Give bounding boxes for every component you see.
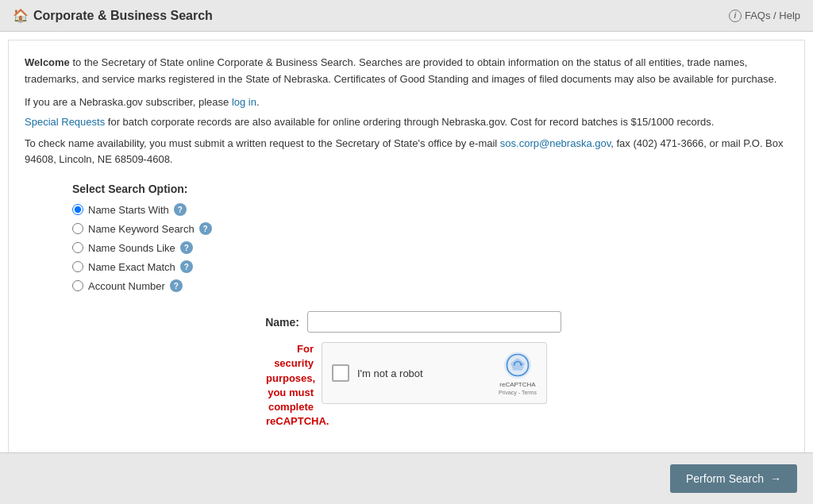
recaptcha-right: reCAPTCHA Privacy - Terms <box>499 351 537 395</box>
radio-name-keyword[interactable] <box>72 223 83 234</box>
help-icon-starts-with[interactable]: ? <box>174 203 187 216</box>
recaptcha-left: I'm not a robot <box>332 364 423 382</box>
option-name-keyword[interactable]: Name Keyword Search ? <box>72 222 788 235</box>
option-name-exact-match[interactable]: Name Exact Match ? <box>72 260 788 273</box>
security-row: For security purposes, you must complete… <box>266 342 547 429</box>
form-section: Name: For security purposes, you must co… <box>25 311 788 429</box>
search-options-section: Select Search Option: Name Starts With ?… <box>25 183 788 292</box>
radio-name-sounds-like[interactable] <box>72 242 83 253</box>
recaptcha-label: I'm not a robot <box>357 367 423 379</box>
footer-bar: Perform Search → <box>0 452 813 504</box>
main-content: Welcome to the Secretary of State online… <box>8 40 805 460</box>
help-icon-account-number[interactable]: ? <box>170 279 183 292</box>
label-name-exact-match[interactable]: Name Exact Match <box>88 261 175 273</box>
name-field-row: Name: <box>252 311 561 333</box>
login-link[interactable]: log in <box>232 96 256 108</box>
label-name-keyword[interactable]: Name Keyword Search <box>88 223 195 235</box>
help-icon-sounds-like[interactable]: ? <box>180 241 193 254</box>
help-icon-exact-match[interactable]: ? <box>180 260 193 273</box>
recaptcha-brand-label: reCAPTCHA <box>499 381 535 388</box>
name-availability-line: To check name availability, you must sub… <box>25 136 788 169</box>
header-title-text: Corporate & Business Search <box>33 9 213 23</box>
radio-account-number[interactable] <box>72 280 83 291</box>
recaptcha-checkbox[interactable] <box>332 364 349 382</box>
special-requests-line: Special Requests for batch corporate rec… <box>25 116 788 128</box>
welcome-bold: Welcome <box>25 56 70 68</box>
recaptcha-widget[interactable]: I'm not a robot reCAPTCHA <box>322 342 547 404</box>
page-header: 🏠 Corporate & Business Search i FAQs / H… <box>0 0 813 32</box>
name-input[interactable] <box>307 311 561 333</box>
perform-search-label: Perform Search <box>686 472 764 485</box>
option-name-starts-with[interactable]: Name Starts With ? <box>72 203 788 216</box>
name-avail-text: To check name availability, you must sub… <box>25 137 500 149</box>
option-name-sounds-like[interactable]: Name Sounds Like ? <box>72 241 788 254</box>
security-message: For security purposes, you must complete… <box>266 342 314 429</box>
label-name-sounds-like[interactable]: Name Sounds Like <box>88 242 175 254</box>
label-account-number[interactable]: Account Number <box>88 280 165 292</box>
name-label: Name: <box>252 316 299 329</box>
label-name-starts-with[interactable]: Name Starts With <box>88 204 169 216</box>
login-line: If you are a Nebraska.gov subscriber, pl… <box>25 96 788 108</box>
login-line-text: If you are a Nebraska.gov subscriber, pl… <box>25 96 232 108</box>
help-label[interactable]: FAQs / Help <box>745 10 800 21</box>
arrow-icon: → <box>770 472 781 485</box>
special-requests-link[interactable]: Special Requests <box>25 116 105 128</box>
info-icon: i <box>729 10 742 22</box>
login-end: . <box>256 96 260 108</box>
welcome-text: to the Secretary of State online Corpora… <box>25 56 776 85</box>
recaptcha-logo-icon <box>503 351 532 379</box>
header-help[interactable]: i FAQs / Help <box>729 10 800 22</box>
recaptcha-privacy-link[interactable]: Privacy <box>499 390 517 395</box>
option-account-number[interactable]: Account Number ? <box>72 279 788 292</box>
header-title: 🏠 Corporate & Business Search <box>13 8 213 23</box>
email-link[interactable]: sos.corp@nebraska.gov <box>500 137 611 149</box>
recaptcha-links: Privacy - Terms <box>499 390 537 395</box>
special-requests-text: for batch corporate records are also ava… <box>105 116 714 128</box>
recaptcha-terms-link[interactable]: Terms <box>522 390 537 395</box>
security-msg-line2: reCAPTCHA. <box>266 415 329 427</box>
home-icon: 🏠 <box>13 8 29 23</box>
radio-name-exact-match[interactable] <box>72 261 83 272</box>
intro-paragraph: Welcome to the Secretary of State online… <box>25 55 788 88</box>
help-icon-keyword[interactable]: ? <box>199 222 212 235</box>
perform-search-button[interactable]: Perform Search → <box>670 464 797 493</box>
radio-name-starts-with[interactable] <box>72 204 83 215</box>
search-options-title: Select Search Option: <box>72 183 788 195</box>
security-msg-line1: For security purposes, you must complete <box>266 343 315 413</box>
